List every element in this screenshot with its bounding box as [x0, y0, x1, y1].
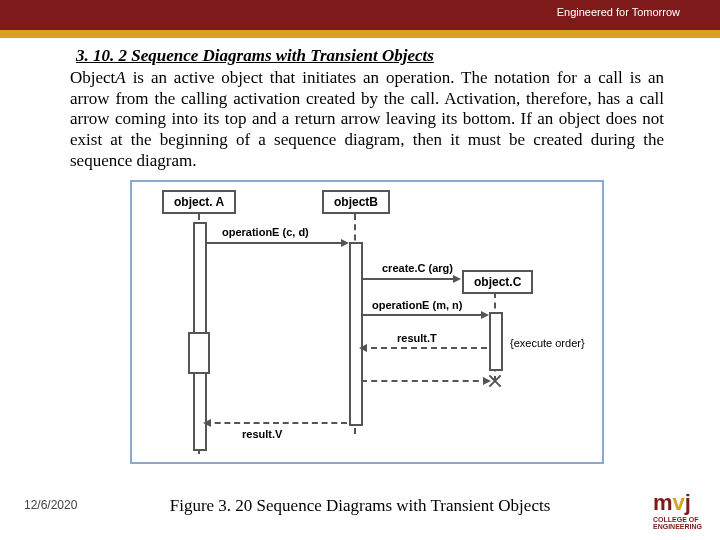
body-paragraph: ObjectA is an active object that initiat… [70, 68, 664, 172]
logo-v: v [673, 490, 685, 515]
arrow-opE-mn [361, 314, 487, 316]
msg-opE-mn: operationE (m, n) [372, 299, 462, 311]
arrow-destroy [361, 380, 489, 382]
header-band: Engineered for Tomorrow [0, 0, 720, 30]
logo-m: m [653, 490, 673, 515]
sequence-diagram: object. A objectB object.C operationE (c… [130, 180, 604, 464]
body-em: A [115, 68, 125, 87]
activation-a-nested [188, 332, 210, 374]
header-tagline: Engineered for Tomorrow [557, 6, 680, 18]
activation-b [349, 242, 363, 426]
body-prefix: Object [70, 68, 115, 87]
msg-resultV: result.V [242, 428, 282, 440]
arrow-resultV [205, 422, 347, 424]
msg-createC: create.C (arg) [382, 262, 453, 274]
figure-caption: Figure 3. 20 Sequence Diagrams with Tran… [0, 496, 720, 516]
mvj-logo: mvj COLLEGE OF ENGINEERING [653, 490, 702, 530]
section-title: 3. 10. 2 Sequence Diagrams with Transien… [76, 46, 664, 66]
activation-c [489, 312, 503, 371]
destroy-x-icon [488, 374, 502, 388]
msg-resultT: result.T [397, 332, 437, 344]
note-execute-order: {execute order} [510, 337, 585, 349]
body-rest: is an active object that initiates an op… [70, 68, 664, 170]
logo-j: j [685, 490, 691, 515]
object-a-box: object. A [162, 190, 236, 214]
object-b-box: objectB [322, 190, 390, 214]
arrow-resultT [361, 347, 487, 349]
header-accent-bar [0, 30, 720, 38]
arrow-createC [361, 278, 459, 280]
arrow-opE-cd [205, 242, 347, 244]
content-area: 3. 10. 2 Sequence Diagrams with Transien… [0, 38, 720, 464]
object-c-box: object.C [462, 270, 533, 294]
msg-opE-cd: operationE (c, d) [222, 226, 309, 238]
logo-line1: COLLEGE OF [653, 516, 702, 523]
logo-line2: ENGINEERING [653, 523, 702, 530]
